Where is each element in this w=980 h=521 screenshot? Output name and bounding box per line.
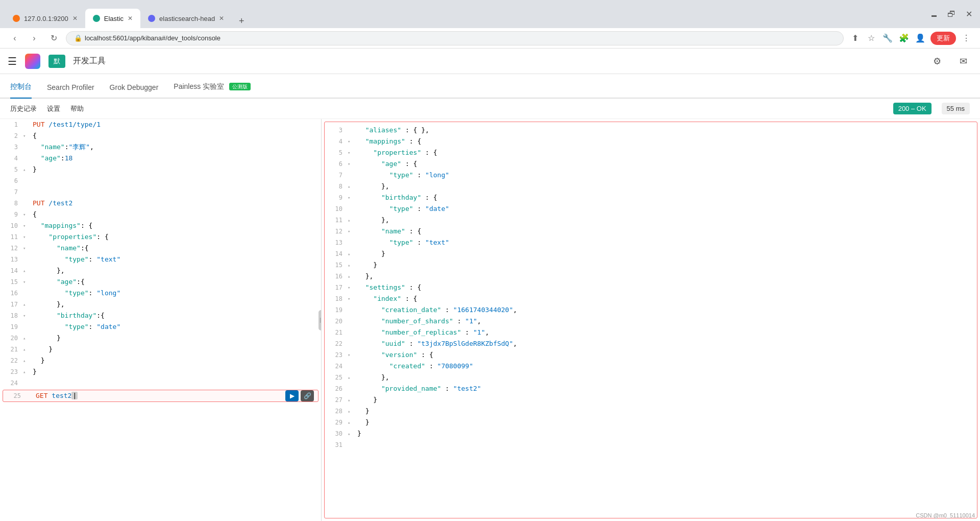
profile-icon[interactable]: 👤 [914, 32, 926, 44]
response-line-10: 10 "type" : "date" [325, 203, 977, 215]
tab-1[interactable]: 127.0.0.1:9200 ✕ [5, 9, 85, 28]
update-button[interactable]: 更新 [930, 32, 956, 45]
editor-panel: 1 PUT /test1/type/1 2 ▾ { 3 "name":"李辉",… [0, 119, 322, 521]
response-line-4: 4 ▾ "mappings" : { [325, 136, 977, 147]
response-line-24: 24 "created" : "7080099" [325, 361, 977, 372]
response-line-21: 21 "number_of_replicas" : "1", [325, 327, 977, 338]
editor-line-16: 16 "type": "long" [0, 288, 321, 299]
editor-line-18: 18 ▾ "birthday":{ [0, 310, 321, 321]
editor-line-19: 19 "type": "date" [0, 321, 321, 333]
editor-line-3: 3 "name":"李辉", [0, 141, 321, 153]
kibana-header: ☰ 默 开发工具 ⚙ ✉ [0, 49, 980, 74]
copy-button[interactable]: 🔗 [301, 390, 314, 401]
editor-line-1: 1 PUT /test1/type/1 [0, 119, 321, 130]
tab-2[interactable]: Elastic ✕ [85, 9, 140, 28]
response-line-20: 20 "number_of_shards" : "1", [325, 316, 977, 327]
response-line-17: 17 ▾ "settings" : { [325, 282, 977, 293]
dev-tools-label: 开发工具 [73, 56, 106, 66]
response-line-12: 12 ▾ "name" : { [325, 226, 977, 237]
response-line-26: 26 "provided_name" : "test2" [325, 383, 977, 394]
editor-line-2: 2 ▾ { [0, 130, 321, 141]
editor-line-8: 8 PUT /test2 [0, 198, 321, 209]
settings-button[interactable]: 设置 [47, 104, 60, 113]
puzzle-icon[interactable]: 🧩 [898, 32, 910, 44]
response-line-30: 30 ▴ } [325, 428, 977, 439]
window-controls: 🗕 🗗 ✕ [928, 8, 975, 20]
response-line-31: 31 [325, 439, 977, 451]
tab-2-close[interactable]: ✕ [128, 15, 133, 22]
response-code-area[interactable]: 3 "aliases" : { }, 4 ▾ "mappings" : { 5 … [325, 122, 977, 518]
menu-icon[interactable]: ⋮ [960, 32, 972, 44]
response-line-18: 18 ▾ "index" : { [325, 293, 977, 304]
editor-line-22: 22 ▴ } [0, 355, 321, 366]
maximize-button[interactable]: 🗗 [945, 8, 958, 20]
editor-line-12: 12 ▾ "name":{ [0, 243, 321, 254]
tab-1-close[interactable]: ✕ [72, 15, 78, 22]
tab-2-title: Elastic [104, 15, 124, 22]
kibana-logo-icon [25, 54, 40, 69]
editor-line-10: 10 ▾ "mappings": { [0, 220, 321, 231]
editor-line-7: 7 [0, 186, 321, 198]
tab-console[interactable]: 控制台 [10, 76, 32, 99]
extensions-icon[interactable]: 🔧 [881, 32, 894, 44]
tab-2-favicon [93, 15, 100, 22]
time-badge: 55 ms [942, 103, 970, 114]
help-button[interactable]: 帮助 [70, 104, 84, 113]
beta-badge: 公测版 [229, 83, 251, 90]
tab-search-profiler[interactable]: Search Profiler [47, 77, 94, 99]
response-line-16: 16 ▴ }, [325, 271, 977, 282]
editor-line-6: 6 [0, 175, 321, 186]
reload-button[interactable]: ↻ [46, 31, 61, 45]
response-line-7: 7 "type" : "long" [325, 170, 977, 181]
response-line-3: 3 "aliases" : { }, [325, 125, 977, 136]
panel-divider[interactable]: || [318, 310, 322, 330]
tab-3-title: elasticsearch-head [159, 15, 215, 22]
mail-icon[interactable]: ✉ [954, 52, 972, 70]
bookmark-icon[interactable]: ☆ [865, 32, 877, 44]
address-actions: ⬆ ☆ 🔧 🧩 👤 更新 ⋮ [849, 32, 972, 45]
editor-code-area[interactable]: 1 PUT /test1/type/1 2 ▾ { 3 "name":"李辉",… [0, 119, 321, 521]
editor-line-15: 15 ▾ "age":{ [0, 276, 321, 288]
editor-highlighted-block: 25 GET test2| ▶ 🔗 [3, 390, 318, 402]
main-content: 1 PUT /test1/type/1 2 ▾ { 3 "name":"李辉",… [0, 119, 980, 521]
browser-chrome: 127.0.0.1:9200 ✕ Elastic ✕ elasticsearch… [0, 0, 980, 28]
tab-grok-debugger[interactable]: Grok Debugger [110, 77, 159, 99]
share-icon[interactable]: ⬆ [849, 32, 861, 44]
editor-line-23: 23 ▴ } [0, 366, 321, 377]
history-button[interactable]: 历史记录 [10, 104, 37, 113]
editor-line-25: 25 GET test2| ▶ 🔗 [3, 390, 318, 401]
settings-icon[interactable]: ⚙ [928, 52, 946, 70]
tab-3-close[interactable]: ✕ [219, 15, 224, 22]
tab-3[interactable]: elasticsearch-head ✕ [140, 9, 232, 28]
tab-navigation: 控制台 Search Profiler Grok Debugger Painle… [0, 74, 980, 99]
editor-line-20: 20 ▴ } [0, 333, 321, 344]
action-buttons: ▶ 🔗 [285, 390, 314, 401]
minimize-button[interactable]: 🗕 [928, 8, 940, 20]
editor-line-9: 9 ▾ { [0, 209, 321, 220]
status-badge: 200 – OK [893, 103, 932, 114]
editor-line-21: 21 ▴ } [0, 344, 321, 355]
run-button[interactable]: ▶ [285, 390, 299, 401]
editor-line-11: 11 ▾ "properties": { [0, 231, 321, 243]
tab-3-favicon [148, 15, 155, 22]
tab-painless[interactable]: Painless 实验室 公测版 [174, 76, 251, 99]
back-button[interactable]: ‹ [8, 31, 22, 45]
response-line-13: 13 "type" : "text" [325, 237, 977, 248]
new-tab-button[interactable]: + [234, 14, 249, 28]
response-line-5: 5 ▾ "properties" : { [325, 147, 977, 158]
editor-line-4: 4 "age":18 [0, 153, 321, 164]
hamburger-menu-icon[interactable]: ☰ [8, 55, 17, 67]
editor-line-24: 24 [0, 377, 321, 389]
editor-line-17: 17 ▴ }, [0, 299, 321, 310]
editor-line-5: 5 ▴ } [0, 164, 321, 175]
response-line-29: 29 ▴ } [325, 417, 977, 428]
toolbar: 历史记录 设置 帮助 200 – OK 55 ms [0, 99, 980, 119]
editor-line-14: 14 ▴ }, [0, 265, 321, 276]
url-input[interactable]: 🔒 localhost:5601/app/kibana#/dev_tools/c… [66, 31, 844, 45]
kibana-logo [24, 53, 41, 69]
tab-1-favicon [13, 15, 20, 22]
response-panel-wrapper: 3 "aliases" : { }, 4 ▾ "mappings" : { 5 … [322, 119, 980, 521]
response-line-19: 19 "creation_date" : "1661740344020", [325, 304, 977, 316]
close-button[interactable]: ✕ [963, 8, 975, 20]
forward-button[interactable]: › [27, 31, 41, 45]
